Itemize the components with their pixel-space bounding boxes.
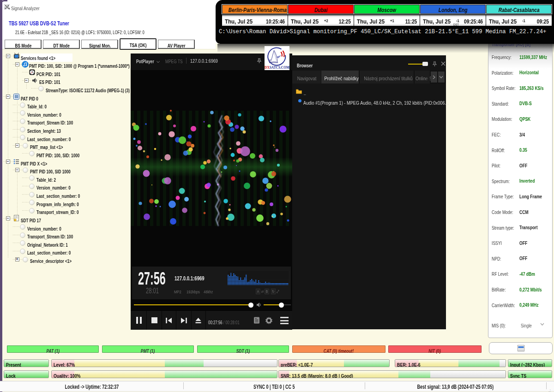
svg-text:DXSATCS.COM: DXSATCS.COM (265, 65, 289, 70)
